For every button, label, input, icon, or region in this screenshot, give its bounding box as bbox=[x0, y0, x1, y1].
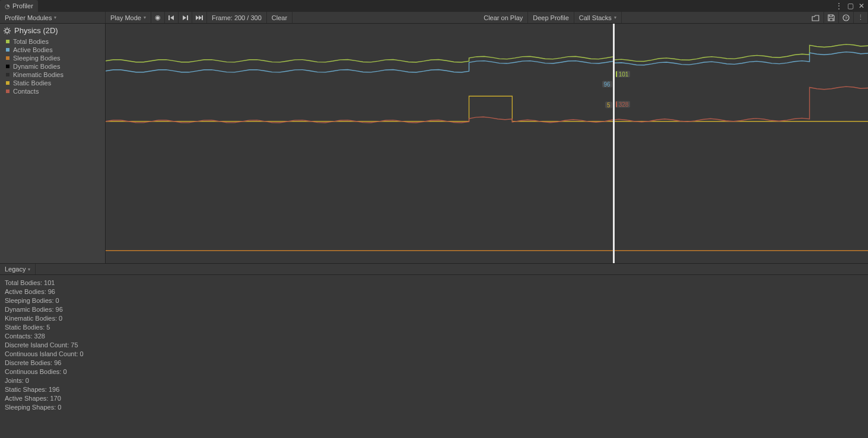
help-icon[interactable]: ? bbox=[839, 12, 854, 23]
legend-label: Kinematic Bodies bbox=[13, 71, 63, 78]
detail-line: Contacts: 328 bbox=[5, 332, 863, 341]
frame-indicator: Frame: 200 / 300 bbox=[207, 12, 267, 23]
svg-text:?: ? bbox=[845, 15, 848, 21]
record-button[interactable]: ◉ bbox=[151, 12, 165, 23]
detail-line: Static Shapes: 196 bbox=[5, 385, 863, 394]
clear-on-play-button[interactable]: Clear on Play bbox=[479, 12, 528, 23]
gear-icon bbox=[4, 27, 11, 34]
cursor-value-label: 5 bbox=[605, 102, 612, 108]
main-area: Physics (2D) Total BodiesActive BodiesSl… bbox=[0, 24, 868, 263]
cursor-value-label: 101 bbox=[616, 71, 631, 77]
window-buttons: ⋮ ▢ ✕ bbox=[832, 0, 868, 12]
svg-rect-6 bbox=[202, 15, 203, 20]
legend-item[interactable]: Contacts bbox=[0, 87, 105, 95]
module-title-row[interactable]: Physics (2D) bbox=[0, 24, 105, 37]
svg-marker-4 bbox=[196, 15, 199, 20]
save-icon[interactable] bbox=[824, 12, 839, 23]
legend-item[interactable]: Active Bodies bbox=[0, 46, 105, 54]
svg-marker-5 bbox=[199, 15, 202, 20]
details-toolbar: Legacy bbox=[0, 263, 868, 275]
sidebar: Physics (2D) Total BodiesActive BodiesSl… bbox=[0, 24, 106, 263]
cursor-value-label: 96 bbox=[602, 81, 612, 87]
svg-line-14 bbox=[5, 28, 5, 28]
legend-item[interactable]: Sleeping Bodies bbox=[0, 54, 105, 62]
legend-swatch bbox=[6, 89, 9, 93]
module-title: Physics (2D) bbox=[14, 26, 58, 35]
profiler-tab[interactable]: ◔ Profiler bbox=[0, 0, 38, 12]
close-icon[interactable]: ✕ bbox=[859, 2, 864, 10]
svg-line-16 bbox=[5, 33, 5, 33]
legend-item[interactable]: Dynamic Bodies bbox=[0, 62, 105, 71]
cursor-value-label: 328 bbox=[616, 101, 631, 107]
legend-label: Active Bodies bbox=[13, 46, 53, 53]
detail-line: Continuous Island Count: 0 bbox=[5, 350, 863, 359]
chart-series bbox=[106, 44, 868, 62]
next-frame-button[interactable] bbox=[179, 12, 192, 23]
options-icon[interactable]: ⋮ bbox=[835, 2, 842, 10]
svg-rect-3 bbox=[187, 15, 188, 20]
legend-label: Total Bodies bbox=[13, 38, 49, 45]
profiler-icon: ◔ bbox=[5, 3, 10, 9]
svg-line-17 bbox=[9, 28, 9, 28]
detail-line: Joints: 0 bbox=[5, 376, 863, 385]
legend-label: Contacts bbox=[13, 88, 39, 95]
detail-line: Sleeping Bodies: 0 bbox=[5, 296, 863, 305]
toolbar: Profiler Modules Play Mode ◉ Frame: 200 … bbox=[0, 12, 868, 24]
chart-svg bbox=[106, 24, 868, 263]
svg-marker-2 bbox=[183, 15, 186, 20]
detail-line: Active Shapes: 170 bbox=[5, 394, 863, 403]
svg-line-15 bbox=[9, 33, 9, 33]
tab-bar: ◔ Profiler ⋮ ▢ ✕ bbox=[0, 0, 868, 12]
current-frame-button[interactable] bbox=[192, 12, 207, 23]
detail-line: Active Bodies: 96 bbox=[5, 287, 863, 296]
detail-line: Static Bodies: 5 bbox=[5, 323, 863, 332]
chart-series bbox=[106, 87, 868, 123]
chart-area[interactable]: 965 101328 bbox=[106, 24, 868, 263]
call-stacks-dropdown[interactable]: Call Stacks bbox=[574, 12, 622, 23]
prev-frame-button[interactable] bbox=[165, 12, 179, 23]
detail-line: Total Bodies: 101 bbox=[5, 279, 863, 287]
load-icon[interactable] bbox=[808, 12, 824, 23]
legend-item[interactable]: Kinematic Bodies bbox=[0, 71, 105, 79]
details-panel: Total Bodies: 101Active Bodies: 96Sleepi… bbox=[0, 275, 868, 438]
svg-marker-1 bbox=[170, 15, 174, 20]
detail-line: Dynamic Bodies: 96 bbox=[5, 305, 863, 314]
play-mode-dropdown[interactable]: Play Mode bbox=[106, 12, 151, 23]
maximize-icon[interactable]: ▢ bbox=[847, 2, 854, 10]
svg-rect-0 bbox=[168, 15, 170, 20]
legend-swatch bbox=[6, 73, 9, 76]
profiler-modules-dropdown[interactable]: Profiler Modules bbox=[0, 12, 106, 23]
detail-line: Kinematic Bodies: 0 bbox=[5, 314, 863, 323]
legend-swatch bbox=[6, 81, 9, 85]
legend-swatch bbox=[6, 56, 9, 60]
frame-cursor[interactable] bbox=[613, 24, 615, 263]
detail-line: Sleeping Shapes: 0 bbox=[5, 403, 863, 412]
menu-icon[interactable]: ⋮ bbox=[854, 12, 868, 23]
legend-label: Dynamic Bodies bbox=[13, 63, 60, 70]
detail-line: Discrete Island Count: 75 bbox=[5, 341, 863, 350]
profiler-tab-label: Profiler bbox=[12, 2, 33, 9]
legend-item[interactable]: Static Bodies bbox=[0, 79, 105, 87]
legend-item[interactable]: Total Bodies bbox=[0, 37, 105, 46]
legend-label: Static Bodies bbox=[13, 79, 51, 87]
legend-swatch bbox=[6, 65, 9, 68]
detail-line: Discrete Bodies: 96 bbox=[5, 359, 863, 367]
clear-button[interactable]: Clear bbox=[267, 12, 292, 23]
legacy-dropdown[interactable]: Legacy bbox=[0, 264, 36, 274]
legend-swatch bbox=[6, 48, 9, 52]
legend-label: Sleeping Bodies bbox=[13, 55, 61, 62]
chart-series bbox=[106, 52, 868, 72]
deep-profile-button[interactable]: Deep Profile bbox=[528, 12, 574, 23]
svg-point-9 bbox=[5, 29, 9, 33]
legend-swatch bbox=[6, 40, 9, 43]
detail-line: Continuous Bodies: 0 bbox=[5, 367, 863, 376]
